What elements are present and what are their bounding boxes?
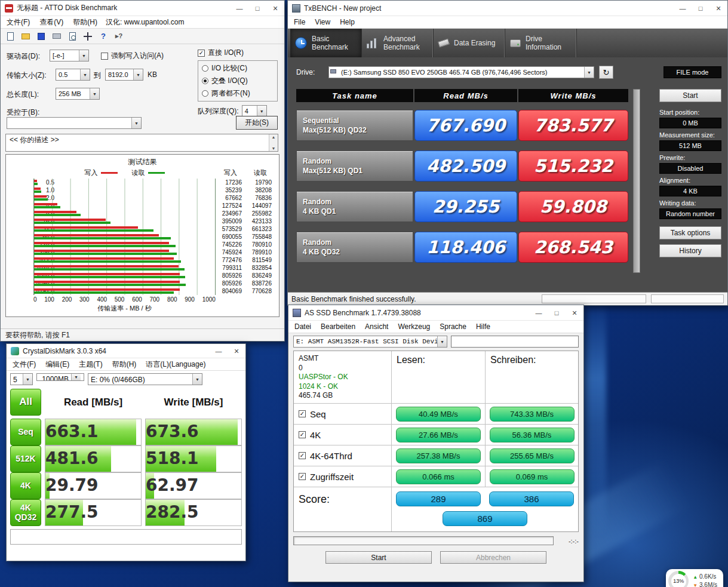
tab-drive-information[interactable]: Drive Information: [505, 29, 577, 57]
menu-item[interactable]: Hilfe: [471, 321, 495, 332]
checkbox-checked-icon[interactable]: ✓: [299, 431, 306, 438]
menu-item[interactable]: 编辑(E): [41, 358, 74, 371]
chevron-down-icon[interactable]: ▼: [79, 50, 88, 61]
new-file-icon[interactable]: [4, 30, 17, 42]
scroll-up-icon[interactable]: ▲: [272, 135, 276, 139]
context-help-icon[interactable]: ▸?: [112, 30, 125, 42]
save-icon[interactable]: [35, 30, 48, 42]
tab-data-erasing[interactable]: Data Erasing: [434, 29, 505, 57]
maximize-button[interactable]: □: [692, 1, 709, 16]
radio-icon[interactable]: [202, 65, 208, 72]
io-compare-radio[interactable]: I/O 比较(C): [202, 63, 274, 73]
menu-item[interactable]: 语言(L)(Language): [141, 358, 210, 371]
test-size-select[interactable]: 1000MB▼: [36, 373, 84, 381]
chevron-down-icon[interactable]: ▼: [131, 118, 141, 128]
scroll-down-icon[interactable]: ▼: [272, 146, 276, 150]
comment-input[interactable]: [451, 336, 579, 348]
task-name-cell[interactable]: Random Max(512 KB) QD1: [296, 150, 413, 182]
checkbox-checked-icon[interactable]: ✓: [299, 473, 306, 480]
start-position-value[interactable]: 0 MB: [659, 118, 721, 128]
menu-item[interactable]: 帮助(H): [107, 358, 142, 371]
menu-item[interactable]: Ansicht: [360, 321, 393, 332]
drive-select[interactable]: (E:) Samsung SSD 850 EVO 250GB 465.74 GB…: [328, 66, 594, 78]
force-write-checkbox[interactable]: 强制写入访问(A): [101, 51, 164, 61]
writing-data-value[interactable]: Random number: [659, 208, 721, 219]
open-icon[interactable]: [19, 30, 32, 42]
chevron-down-icon[interactable]: ▼: [90, 88, 99, 99]
start-button[interactable]: 开始(S): [236, 116, 278, 130]
net-speed-widget[interactable]: 13% ▲ 0.6K/s ▼ 3.6M/s: [666, 569, 723, 587]
checkbox-checked-icon[interactable]: ✓: [299, 410, 306, 417]
radio-selected-icon[interactable]: [202, 78, 208, 84]
chevron-down-icon[interactable]: ▼: [80, 69, 90, 80]
refresh-button[interactable]: ↻: [599, 66, 613, 79]
alignment-value[interactable]: 4 KB: [659, 186, 721, 196]
close-button[interactable]: ×: [709, 1, 727, 16]
queue-depth-select[interactable]: 4▼: [242, 105, 267, 117]
tab-basic-benchmark[interactable]: Basic Benchmark: [290, 29, 362, 57]
minimize-button[interactable]: —: [210, 344, 228, 358]
radio-icon[interactable]: [202, 90, 208, 97]
menu-item[interactable]: Werkzeug: [393, 321, 435, 332]
tab-advanced-benchmark[interactable]: Advanced Benchmark: [362, 29, 434, 57]
transfer-to-select[interactable]: 8192.0▼: [105, 69, 143, 81]
checkbox-icon[interactable]: [101, 53, 108, 60]
transfer-from-select[interactable]: 0.5▼: [56, 69, 90, 81]
menu-item[interactable]: 查看(V): [35, 16, 68, 29]
help-icon[interactable]: ?: [97, 30, 110, 42]
history-button[interactable]: History: [659, 244, 721, 257]
comment-field[interactable]: [10, 529, 242, 545]
asssd-titlebar[interactable]: AS SSD Benchmark 1.7.4739.38088 — □ ×: [288, 305, 583, 321]
start-button[interactable]: Start: [659, 89, 721, 102]
chevron-down-icon[interactable]: ▼: [133, 69, 143, 80]
chevron-down-icon[interactable]: ▼: [23, 374, 32, 385]
checkbox-checked-icon[interactable]: ✓: [299, 452, 306, 459]
maximize-button[interactable]: □: [248, 1, 266, 16]
menu-item[interactable]: Datei: [290, 321, 316, 332]
direct-io-checkbox[interactable]: ✓ 直接 I/O(R): [198, 48, 278, 58]
drive-select[interactable]: E: ASMT ASM1352R-Fast SCSI Disk Devi▼: [293, 336, 447, 348]
menu-item[interactable]: View: [310, 17, 335, 27]
print-icon[interactable]: [50, 30, 63, 42]
menu-item[interactable]: File: [289, 17, 310, 27]
close-button[interactable]: ×: [266, 1, 284, 16]
atto-titlebar[interactable]: 无标题 - ATTO Disk Benchmark — □ ×: [1, 1, 284, 16]
target-drive-select[interactable]: E: 0% (0/466GB)▼: [88, 373, 202, 385]
prewrite-value[interactable]: Disabled: [659, 163, 721, 174]
minimize-button[interactable]: —: [231, 1, 248, 16]
test-button[interactable]: 512K: [10, 445, 41, 472]
close-button[interactable]: ×: [566, 305, 583, 320]
menu-item[interactable]: 文件(F): [8, 358, 41, 371]
menu-item[interactable]: Sprache: [435, 321, 471, 332]
menu-item[interactable]: 主题(T): [74, 358, 107, 371]
scrollbar[interactable]: ▲▼: [269, 134, 278, 151]
menu-item[interactable]: Bearbeiten: [316, 321, 360, 332]
menu-item[interactable]: 帮助(H): [68, 16, 102, 29]
task-name-cell[interactable]: Random 4 KB QD1: [296, 191, 413, 222]
menu-item[interactable]: Help: [335, 17, 360, 27]
print-preview-icon[interactable]: [66, 30, 79, 42]
chevron-down-icon[interactable]: ▼: [437, 336, 447, 347]
task-name-cell[interactable]: Sequential Max(512 KB) QD32: [296, 110, 413, 141]
maximize-button[interactable]: □: [548, 305, 566, 320]
task-options-button[interactable]: Task options: [659, 226, 721, 239]
measurement-size-value[interactable]: 512 MB: [659, 140, 721, 151]
test-button[interactable]: 4K QD32: [10, 499, 41, 526]
chevron-down-icon[interactable]: ▼: [257, 106, 266, 116]
drive-select[interactable]: [-e-]▼: [50, 50, 89, 62]
menu-item[interactable]: 文件(F): [2, 16, 35, 29]
neither-radio[interactable]: 两者都不(N): [202, 88, 274, 99]
scrollbar[interactable]: [633, 89, 640, 273]
task-name-cell[interactable]: Random 4 KB QD32: [296, 232, 413, 263]
chevron-down-icon[interactable]: ▼: [71, 374, 81, 380]
total-length-select[interactable]: 256 MB▼: [56, 88, 100, 100]
test-button[interactable]: 4K: [10, 472, 41, 499]
cdm-titlebar[interactable]: CrystalDiskMark 3.0.3 x64 — ×: [7, 344, 245, 358]
controlled-by-select[interactable]: ▼: [7, 117, 142, 129]
description-box[interactable]: << 你的描述 >> ▲▼: [5, 134, 278, 152]
minimize-button[interactable]: —: [530, 305, 548, 320]
test-count-select[interactable]: 5▼: [10, 373, 33, 385]
checkbox-checked-icon[interactable]: ✓: [198, 50, 205, 57]
close-button[interactable]: ×: [228, 344, 245, 358]
overlapped-io-radio[interactable]: 交叠 I/O(Q): [202, 76, 274, 86]
